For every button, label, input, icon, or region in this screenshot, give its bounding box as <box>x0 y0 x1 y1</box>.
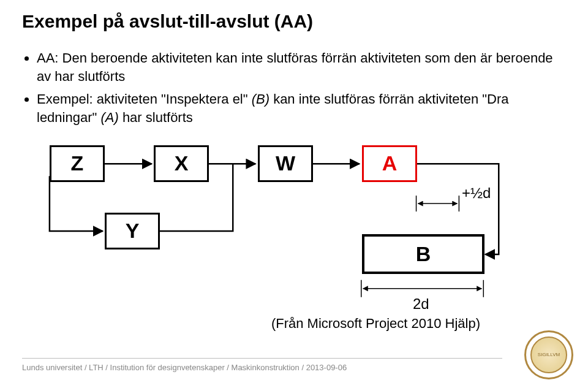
bullet-list: AA: Den beroende aktiviteten kan inte sl… <box>37 49 566 127</box>
bullet-2: Exempel: aktiviteten "Inspektera el" (B)… <box>37 90 566 126</box>
label-half-d: +½d <box>462 184 491 202</box>
label-two-d: 2d <box>413 295 429 313</box>
slide-page: Exempel på avslut-till-avslut (AA) AA: D… <box>0 0 588 388</box>
node-a-label: A <box>382 151 398 175</box>
node-b: B <box>362 234 484 274</box>
bullet-1: AA: Den beroende aktiviteten kan inte sl… <box>37 49 566 85</box>
node-x: X <box>154 145 209 182</box>
citation-text: (Från Microsoft Project 2010 Hjälp) <box>271 316 480 332</box>
node-w: W <box>258 145 313 182</box>
node-a: A <box>362 145 417 182</box>
bullet-2-italic-a: (A) <box>100 110 118 125</box>
bullet-2-text-a: Exempel: aktiviteten "Inspektera el" <box>37 91 252 107</box>
university-seal-icon: SIGILLVM <box>524 330 573 379</box>
bullet-2-text-c: har slutförts <box>119 110 193 125</box>
footer-text: Lunds universitet / LTH / Institution fö… <box>22 363 347 372</box>
page-title: Exempel på avslut-till-avslut (AA) <box>22 11 566 32</box>
node-w-label: W <box>276 151 295 175</box>
node-b-label: B <box>416 242 431 266</box>
node-y-label: Y <box>126 219 140 243</box>
seal-text: SIGILLVM <box>524 330 573 379</box>
node-x-label: X <box>175 151 189 175</box>
activity-diagram: Z X W A Y B +½d 2d (Från Microsoft Proje… <box>22 139 566 323</box>
node-y: Y <box>105 213 160 249</box>
node-z-label: Z <box>71 151 84 175</box>
footer-divider <box>22 358 502 359</box>
bullet-1-text: AA: Den beroende aktiviteten kan inte sl… <box>37 50 553 84</box>
node-z: Z <box>50 145 105 182</box>
bullet-2-italic-b: (B) <box>252 91 270 107</box>
